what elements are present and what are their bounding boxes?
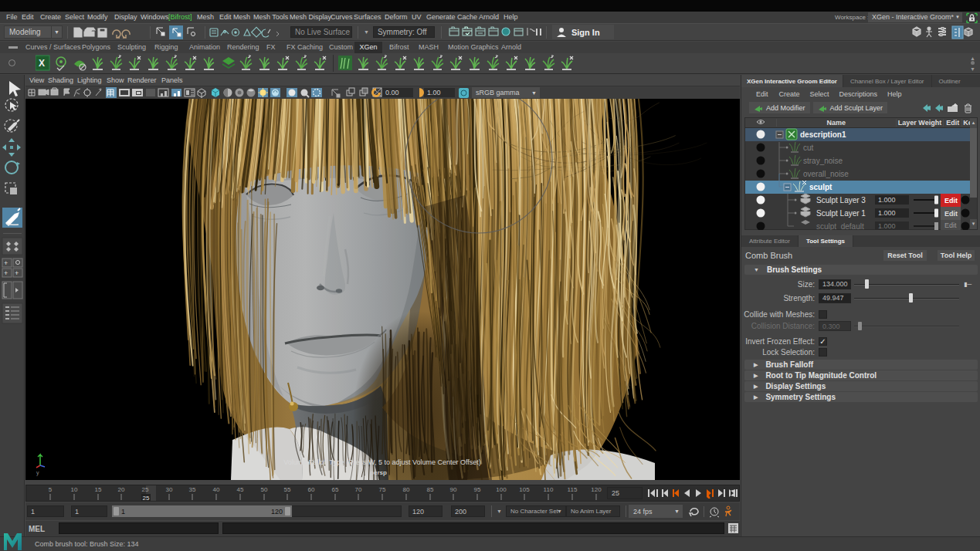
svg-text:110: 110 xyxy=(544,486,554,493)
svg-text:+: + xyxy=(4,269,8,277)
svg-text:Edit: Edit xyxy=(944,197,958,205)
svg-text:sculpt: sculpt xyxy=(809,183,832,191)
svg-text:sRGB gamma: sRGB gamma xyxy=(476,89,520,96)
svg-text:+: + xyxy=(15,269,19,277)
svg-text:60: 60 xyxy=(308,486,315,493)
svg-text:90: 90 xyxy=(450,486,457,493)
svg-text:Volume Falloff Type (Press W,: Volume Falloff Type (Press W, 5 to adjus… xyxy=(283,458,481,466)
svg-text:15: 15 xyxy=(95,486,102,493)
svg-text:10: 10 xyxy=(71,486,78,493)
svg-text:85: 85 xyxy=(427,486,434,493)
svg-text:Sculpt Layer 3: Sculpt Layer 3 xyxy=(816,196,866,205)
svg-text:80: 80 xyxy=(403,486,410,493)
svg-text:95: 95 xyxy=(474,486,481,493)
svg-text:Edit: Edit xyxy=(944,221,957,229)
svg-text:1.000: 1.000 xyxy=(878,196,896,204)
svg-text:105: 105 xyxy=(519,486,530,493)
svg-text:30: 30 xyxy=(166,486,173,493)
svg-text:Sculpt Layer 1: Sculpt Layer 1 xyxy=(816,209,866,218)
svg-text:45: 45 xyxy=(237,486,244,493)
svg-text:75: 75 xyxy=(379,486,386,493)
svg-text:20: 20 xyxy=(118,486,125,493)
svg-text:1.00: 1.00 xyxy=(427,89,441,96)
svg-text:stray_noise: stray_noise xyxy=(803,157,843,165)
svg-text:▼: ▼ xyxy=(531,90,537,96)
svg-text:y: y xyxy=(36,470,39,476)
svg-text:0.00: 0.00 xyxy=(385,89,399,96)
svg-text:115: 115 xyxy=(568,486,578,493)
svg-text:sculpt_default: sculpt_default xyxy=(816,222,864,230)
svg-text:70: 70 xyxy=(355,486,362,493)
svg-text:55: 55 xyxy=(284,486,291,493)
svg-text:35: 35 xyxy=(189,486,196,493)
svg-text:25: 25 xyxy=(142,486,149,493)
svg-text:100: 100 xyxy=(496,486,507,493)
svg-text:overall_noise: overall_noise xyxy=(803,170,849,178)
svg-text:1.000: 1.000 xyxy=(878,209,896,217)
svg-text:cut: cut xyxy=(803,144,814,152)
svg-text:65: 65 xyxy=(332,486,339,493)
svg-text:5: 5 xyxy=(49,486,53,493)
svg-text:Edit: Edit xyxy=(944,210,958,218)
svg-text:25: 25 xyxy=(143,495,150,501)
svg-text:1.000: 1.000 xyxy=(878,222,896,230)
svg-text:50: 50 xyxy=(261,486,268,493)
svg-text:description1: description1 xyxy=(800,130,846,139)
svg-text:persp: persp xyxy=(370,469,387,476)
svg-text:+: + xyxy=(4,259,8,267)
svg-text:40: 40 xyxy=(213,486,220,493)
svg-text:120: 120 xyxy=(591,486,602,493)
svg-text:X: X xyxy=(39,58,45,69)
